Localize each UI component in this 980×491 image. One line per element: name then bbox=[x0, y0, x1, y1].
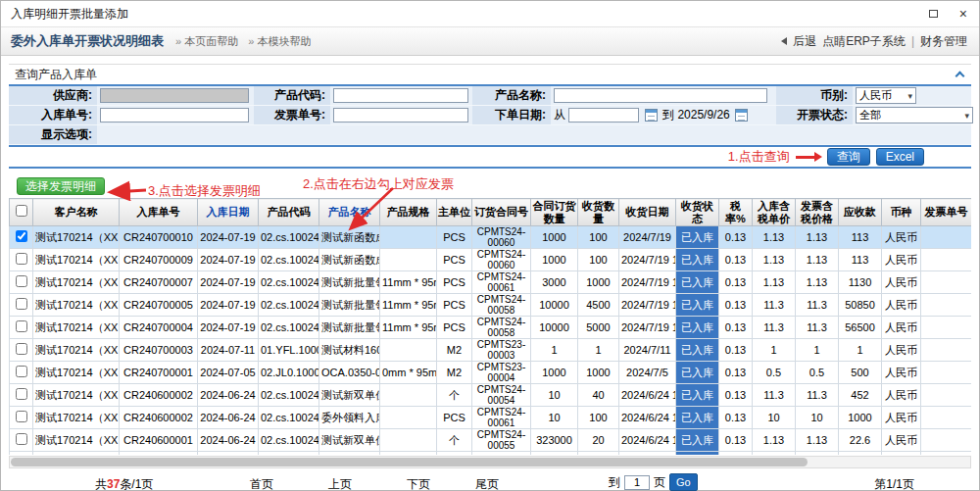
table-row: 测试170214（XX）CR2405000122024-05-2702.cs.1… bbox=[10, 452, 972, 456]
row-checkbox[interactable] bbox=[16, 433, 27, 445]
cell-invoice_price: 11.3 bbox=[796, 317, 839, 339]
cell-product_name: 测试新批量领 bbox=[319, 294, 380, 317]
row-checkbox[interactable] bbox=[16, 411, 27, 422]
display-options-area bbox=[97, 125, 971, 145]
cell-inbound_date: 2024-07-19 bbox=[198, 317, 259, 339]
supplier-input[interactable] bbox=[100, 88, 249, 103]
cell-product_code: 02.cs.100246 bbox=[259, 317, 319, 339]
select-all-checkbox[interactable] bbox=[16, 205, 27, 217]
cell-receivable: 113 bbox=[839, 226, 882, 249]
cell-receivable: 1000 bbox=[839, 407, 882, 429]
invoice-status-label: 开票状态: bbox=[776, 106, 853, 125]
row-checkbox[interactable] bbox=[16, 388, 27, 400]
cell-contract_no: CPMTS24-00055 bbox=[472, 429, 531, 452]
cell-currency: 人民币 bbox=[882, 226, 921, 249]
column-header-unit: 主单位 bbox=[437, 199, 472, 226]
row-checkbox[interactable] bbox=[16, 298, 27, 310]
cell-currency: 人民币 bbox=[882, 249, 921, 271]
cell-product_spec: 0mm * 95m * bbox=[380, 362, 437, 384]
calendar-icon[interactable] bbox=[645, 109, 658, 122]
currency-select[interactable]: 人民币 ▾ bbox=[856, 87, 916, 104]
cell-customer: 测试170214（XX） bbox=[33, 384, 120, 407]
inbound-no-input[interactable] bbox=[100, 108, 249, 123]
cell-product_spec: 11mm * 95m bbox=[380, 294, 437, 317]
cell-stockin_price: 11.3 bbox=[753, 294, 796, 317]
invoice-no-input[interactable] bbox=[333, 108, 468, 123]
cell-customer: 测试170214（XX） bbox=[33, 407, 120, 429]
calendar-icon[interactable] bbox=[735, 109, 748, 122]
table-row: 测试170214（XX）CR2407000052024-07-1902.cs.1… bbox=[10, 294, 972, 317]
last-page-link[interactable]: 尾页 bbox=[475, 476, 499, 491]
cell-received_date: 2024/7/19 10 bbox=[619, 271, 676, 294]
select-all-header bbox=[10, 199, 33, 226]
cell-product_name: 测试新双单位 bbox=[319, 384, 380, 407]
next-page-link[interactable]: 下页 bbox=[407, 476, 430, 491]
page-info: 第1/1页 bbox=[874, 476, 914, 491]
column-header-product_name[interactable]: 产品名称 bbox=[319, 199, 380, 226]
row-checkbox[interactable] bbox=[16, 366, 27, 377]
cell-unit: PCS bbox=[437, 271, 472, 294]
horizontal-scrollbar[interactable] bbox=[9, 456, 971, 468]
column-header-invoice_no: 发票单号 bbox=[921, 199, 972, 226]
cell-product_spec bbox=[380, 429, 437, 452]
cell-receivable: 1 bbox=[839, 339, 882, 362]
prev-page-link[interactable]: 上页 bbox=[328, 476, 352, 491]
system-link[interactable]: 点睛ERP子系统 bbox=[822, 33, 906, 50]
invoice-no-label: 发票单号: bbox=[254, 106, 330, 125]
chevron-down-icon: ▾ bbox=[964, 111, 969, 121]
column-header-product_spec: 产品规格 bbox=[380, 199, 437, 226]
product-name-input[interactable] bbox=[554, 88, 767, 103]
go-button[interactable]: Go bbox=[669, 473, 698, 491]
row-checkbox[interactable] bbox=[16, 230, 27, 242]
cell-contract_qty: 10 bbox=[531, 452, 578, 456]
cell-received_qty: 100 bbox=[578, 226, 619, 249]
module-help-link[interactable]: 本模块帮助 bbox=[248, 34, 311, 49]
column-header-status: 收货状态 bbox=[676, 199, 719, 226]
date-to-value[interactable]: 2025/9/26 bbox=[677, 108, 729, 122]
cell-stockin_price: 0.5 bbox=[753, 362, 796, 384]
cell-receivable: 113 bbox=[839, 249, 882, 271]
select-invoice-detail-button[interactable]: 选择发票明细 bbox=[17, 177, 105, 195]
page-title: 委外入库单开票状况明细表 bbox=[11, 32, 164, 50]
search-button[interactable]: 查询 bbox=[827, 148, 870, 166]
cell-inbound_no: CR240600002 bbox=[120, 407, 198, 429]
cell-tax_rate: 0.13 bbox=[719, 407, 753, 429]
excel-button[interactable]: Excel bbox=[876, 148, 924, 166]
row-checkbox[interactable] bbox=[16, 343, 27, 355]
cell-product_spec: 11mm * 95m bbox=[380, 317, 437, 339]
cell-tax_rate: 0.13 bbox=[719, 339, 753, 362]
table-row: 测试170214（XX）CR2406000022024-06-2402.cs.1… bbox=[10, 384, 972, 407]
query-panel: 查询产品入库单 供应商: 产品代码: 产品名称: bbox=[9, 64, 971, 169]
product-code-input[interactable] bbox=[333, 88, 468, 103]
product-name-label: 产品名称: bbox=[472, 86, 551, 106]
total-suffix: 条/1页 bbox=[120, 477, 153, 491]
cell-contract_no: CPMTS24-00061 bbox=[472, 407, 531, 429]
cell-received_qty: 1000 bbox=[578, 271, 619, 294]
row-checkbox[interactable] bbox=[16, 320, 27, 332]
cell-invoice_price: 11.3 bbox=[796, 384, 839, 407]
maximize-icon[interactable] bbox=[929, 7, 938, 21]
invoice-status-select[interactable]: 全部 ▾ bbox=[856, 107, 973, 123]
row-checkbox[interactable] bbox=[16, 275, 27, 287]
cell-unit: PCS bbox=[437, 317, 472, 339]
back-link[interactable]: 后退 bbox=[793, 33, 816, 50]
annotation-step3: 3.点击选择发票明细 bbox=[148, 182, 261, 200]
page-help-link[interactable]: 本页面帮助 bbox=[175, 34, 238, 49]
first-page-link[interactable]: 首页 bbox=[250, 476, 273, 491]
column-header-received_qty: 收货数量 bbox=[578, 199, 619, 226]
column-header-inbound_date[interactable]: 入库日期 bbox=[198, 199, 259, 226]
goto-label: 到 bbox=[609, 474, 620, 491]
row-checkbox[interactable] bbox=[16, 253, 27, 265]
collapse-chevron-icon[interactable] bbox=[956, 72, 965, 81]
cell-contract_qty: 1 bbox=[531, 339, 578, 362]
close-icon[interactable]: × bbox=[959, 7, 967, 21]
goto-page-input[interactable] bbox=[624, 475, 650, 490]
cell-inbound_no: CR240700003 bbox=[120, 339, 198, 362]
date-from-input[interactable] bbox=[568, 108, 639, 123]
table-row: 测试170214（XX）CR2406000022024-06-2402.cs.1… bbox=[10, 407, 972, 429]
cell-product_code: 01.YFL.10000 bbox=[259, 339, 319, 362]
module-link[interactable]: 财务管理 bbox=[920, 33, 967, 50]
cell-tax_rate: 0.13 bbox=[719, 271, 753, 294]
horizontal-scrollbar-thumb[interactable] bbox=[11, 458, 808, 466]
cell-customer: 测试170214（XX） bbox=[33, 294, 120, 317]
